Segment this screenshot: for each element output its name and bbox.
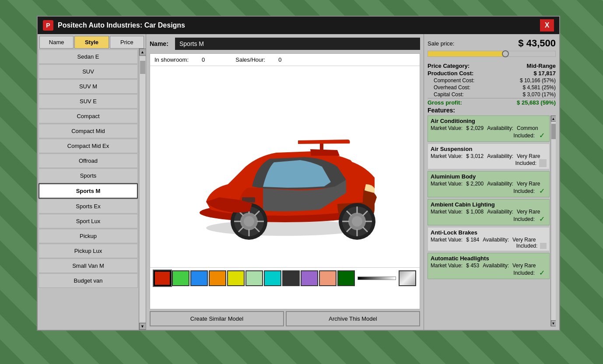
brightness-slider[interactable]	[358, 276, 396, 280]
svg-point-7	[352, 216, 362, 227]
list-item[interactable]: Pickup Lux	[39, 244, 138, 258]
car-svg	[175, 88, 394, 245]
production-cost-row: Production Cost: $ 17,817	[428, 70, 556, 77]
overhead-cost-label: Overhead Cost:	[428, 84, 470, 91]
feature-name: Aluminium Body	[431, 173, 547, 180]
feature-availability-value: Very Rare	[512, 237, 536, 243]
color-lightgreen[interactable]	[245, 270, 263, 286]
feature-included: Included: ✓	[431, 215, 547, 223]
included-checkmark: ✓	[537, 269, 547, 277]
create-similar-button[interactable]: Create Similar Model	[150, 311, 284, 326]
features-scrollbar: ▲ ▼	[550, 116, 556, 326]
list-item[interactable]: Compact Mid	[39, 124, 138, 138]
list-item[interactable]: SUV	[39, 64, 138, 79]
price-category-row: Price Category: Mid-Range	[428, 62, 556, 70]
price-row: Sale price: $ 43,500	[428, 38, 556, 49]
list-item[interactable]: Offroad	[39, 154, 138, 168]
price-category-label: Price Category:	[428, 63, 470, 69]
feature-availability-label: Availability:	[487, 125, 513, 131]
list-item[interactable]: Compact Mid Ex	[39, 139, 138, 153]
car-image-area	[150, 66, 420, 267]
sales-label: Sales/Hour:	[235, 56, 265, 63]
feature-stats: Market Value: $ 2,029 Availability: Comm…	[431, 125, 547, 131]
features-section: Features: Air Conditioning Market Value:…	[428, 107, 556, 326]
scroll-thumb[interactable]	[140, 61, 145, 74]
component-cost-value: $ 10,166 (57%)	[520, 77, 556, 84]
feature-included: Included: ✓	[431, 131, 547, 140]
feature-market-value: $ 2,029	[466, 125, 484, 131]
archive-button[interactable]: Archive This Model	[286, 311, 420, 326]
overhead-cost-row: Overhead Cost: $ 4,581 (25%)	[428, 84, 556, 91]
feature-market-label: Market Value:	[431, 209, 463, 215]
color-darkgreen[interactable]	[337, 270, 355, 286]
production-cost-label: Production Cost:	[428, 70, 473, 77]
feature-market-label: Market Value:	[431, 153, 463, 159]
close-button[interactable]: X	[540, 19, 554, 32]
scroll-down-arrow[interactable]: ▼	[139, 323, 146, 330]
feature-name: Air Suspension	[431, 146, 547, 152]
list-item-sports-m[interactable]: Sports M	[39, 183, 138, 199]
features-scroll-down[interactable]: ▼	[551, 320, 556, 326]
scroll-up-arrow[interactable]: ▲	[139, 49, 146, 56]
feature-stats: Market Value: $ 1,008 Availability: Very…	[431, 209, 547, 215]
list-item[interactable]: Sedan E	[39, 49, 138, 64]
list-item[interactable]: Budget van	[39, 273, 138, 288]
feature-name: Air Conditioning	[431, 118, 547, 124]
sale-price-value: $ 43,500	[518, 38, 556, 49]
name-input[interactable]	[175, 38, 420, 50]
gross-profit-row: Gross profit: $ 25,683 (59%)	[428, 98, 556, 107]
feature-market-label: Market Value:	[431, 262, 463, 269]
color-salmon[interactable]	[319, 270, 337, 286]
feature-availability-label: Availability:	[483, 237, 509, 243]
cost-table: Price Category: Mid-Range Production Cos…	[428, 62, 556, 107]
feature-stats: Market Value: $ 453 Availability: Very R…	[431, 262, 547, 269]
color-purple[interactable]	[301, 270, 318, 286]
price-slider[interactable]	[428, 51, 556, 57]
included-label: Included:	[516, 243, 538, 249]
price-slider-thumb[interactable]	[502, 50, 509, 57]
color-chrome[interactable]	[399, 270, 416, 286]
color-cyan[interactable]	[264, 270, 281, 286]
feature-antilock-brakes: Anti-Lock Brakes Market Value: $ 184 Ava…	[428, 227, 550, 251]
feature-market-value: $ 3,012	[466, 153, 484, 159]
feature-name: Automatic Headlights	[431, 255, 547, 262]
car-list: Sedan E SUV SUV M SUV E Compact Compact …	[38, 49, 139, 330]
tab-style[interactable]: Style	[74, 36, 109, 49]
list-item[interactable]: SUV E	[39, 94, 138, 108]
features-scroll-thumb[interactable]	[551, 124, 556, 139]
feature-included: Included:	[431, 159, 547, 167]
tab-price[interactable]: Price	[110, 36, 144, 49]
feature-market-value: $ 453	[466, 262, 479, 269]
list-item[interactable]: Sports Ex	[39, 199, 138, 214]
features-scroll-up[interactable]: ▲	[551, 116, 556, 122]
color-orange[interactable]	[209, 270, 226, 286]
list-item[interactable]: Pickup	[39, 229, 138, 243]
feature-availability-value: Very Rare	[517, 153, 540, 159]
color-red[interactable]	[154, 270, 171, 286]
color-green[interactable]	[172, 270, 189, 286]
bottom-buttons: Create Similar Model Archive This Model	[150, 311, 420, 326]
showroom-label: In showroom:	[154, 56, 189, 63]
gross-profit-value: $ 25,683 (59%)	[517, 99, 556, 106]
tab-name[interactable]: Name	[39, 36, 74, 49]
component-cost-row: Component Cost: $ 10,166 (57%)	[428, 77, 556, 84]
car-preview: In showroom: 0 Sales/Hour: 0	[150, 53, 420, 309]
list-item[interactable]: Sports	[39, 168, 138, 183]
list-item[interactable]: Small Van M	[39, 259, 138, 273]
list-item[interactable]: Sport Lux	[39, 214, 138, 228]
color-yellow[interactable]	[227, 270, 245, 286]
app-icon: P	[43, 20, 53, 31]
features-label: Features:	[428, 107, 556, 114]
included-checkmark: ✓	[537, 187, 547, 195]
capital-cost-row: Capital Cost: $ 3,070 (17%)	[428, 91, 556, 98]
included-label: Included:	[515, 160, 536, 166]
list-item[interactable]: SUV M	[39, 79, 138, 94]
scroll-track	[140, 56, 146, 322]
color-blue[interactable]	[190, 270, 208, 286]
feature-included: Included: ✓	[431, 269, 547, 277]
production-cost-value: $ 17,817	[533, 70, 556, 77]
showroom-value: 0	[202, 56, 205, 63]
component-cost-label: Component Cost:	[428, 77, 474, 84]
color-dark[interactable]	[282, 270, 300, 286]
list-item[interactable]: Compact	[39, 109, 138, 123]
